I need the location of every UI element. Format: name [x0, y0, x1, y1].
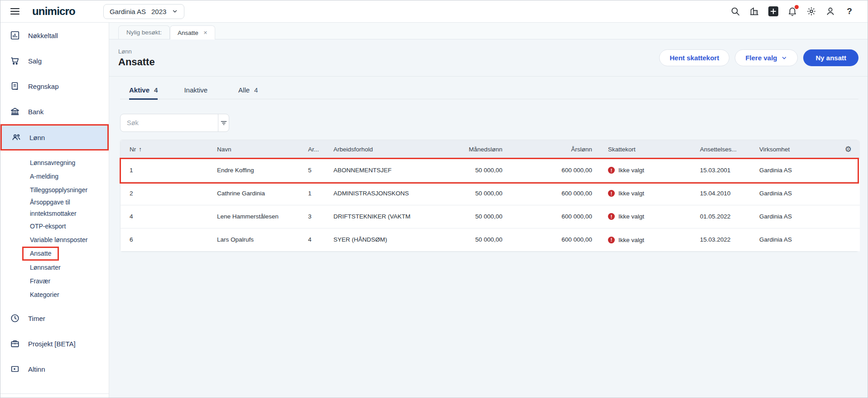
notification-badge [795, 5, 799, 9]
warning-icon: ! [608, 237, 615, 243]
tab-alle[interactable]: Alle 4 [238, 86, 258, 99]
cell-ar: 4 [308, 228, 333, 251]
cell-manedslonn: 50 000,00 [433, 205, 502, 228]
settings-icon[interactable] [806, 6, 817, 17]
topbar: unimicro Gardinia AS 2023 ? [0, 0, 868, 23]
col-ar[interactable]: Ar... [308, 140, 333, 159]
help-icon[interactable]: ? [844, 6, 855, 17]
submenu-item-lonnsarter[interactable]: Lønnsarter [30, 261, 109, 274]
sidebar-item-label: Lønn [29, 134, 45, 141]
table-row[interactable]: 1 Endre Koffing 5 ABONNEMENTSJEF 50 000,… [121, 159, 860, 182]
cell-actions [836, 182, 860, 205]
cell-ansettelses: 15.03.2001 [700, 159, 759, 182]
company-year: 2023 [151, 8, 166, 15]
hamburger-menu-icon[interactable] [10, 6, 20, 17]
cell-arslonn: 600 000,00 [502, 182, 592, 205]
cell-manedslonn: 50 000,00 [433, 228, 502, 251]
submenu-item-tilleggsopplysninger[interactable]: Tilleggsopplysninger [30, 183, 109, 197]
flere-valg-label: Flere valg [745, 54, 777, 62]
cell-skattekort: !Ikke valgt [592, 228, 700, 251]
cell-arbeidsforhold: ABONNEMENTSJEF [333, 159, 433, 182]
sidebar-item-nokkeltall[interactable]: Nøkkeltall [0, 23, 109, 48]
table-row[interactable]: 6 Lars Opalrufs 4 SYER (HÅNDSØM) 50 000,… [121, 228, 860, 251]
submenu-item-otp-eksport[interactable]: OTP-eksport [30, 219, 109, 233]
tab-count: 4 [154, 86, 158, 94]
col-arslonn[interactable]: Årslønn [502, 140, 592, 159]
filter-button[interactable] [218, 114, 229, 131]
cell-navn: Lene Hammerstålesen [217, 205, 308, 228]
cell-navn: Endre Koffing [217, 159, 308, 182]
column-settings-gear-icon[interactable]: ⚙ [836, 140, 860, 159]
submenu-item-variable-lonnsposter[interactable]: Variable lønnsposter [30, 233, 109, 247]
sidebar-item-regnskap[interactable]: Regnskap [0, 73, 109, 99]
sidebar-item-label: Prosjekt [BETA] [28, 340, 76, 348]
sidebar-item-prosjekt[interactable]: Prosjekt [BETA] [0, 331, 109, 356]
col-ansettelses[interactable]: Ansettelses... [700, 140, 759, 159]
close-icon[interactable]: ✕ [203, 30, 207, 36]
tab-label: Ansatte [178, 29, 198, 36]
company-selector[interactable]: Gardinia AS 2023 [103, 4, 184, 19]
cell-skattekort: !Ikke valgt [592, 205, 700, 228]
cell-arbeidsforhold: SYER (HÅNDSØM) [333, 228, 433, 251]
col-manedslonn[interactable]: Månedslønn [433, 140, 502, 159]
sidebar-item-timer[interactable]: Timer [0, 306, 109, 331]
add-icon[interactable] [768, 6, 779, 17]
page-title: Ansatte [118, 56, 155, 68]
flere-valg-button[interactable]: Flere valg [735, 49, 798, 66]
search-input[interactable] [121, 119, 218, 126]
ny-ansatt-button[interactable]: Ny ansatt [803, 49, 858, 66]
header-actions: Hent skattekort Flere valg Ny ansatt [659, 49, 858, 66]
table-row[interactable]: 4 Lene Hammerstålesen 3 DRIFTSTEKNIKER (… [121, 205, 860, 228]
submenu-item-lonnsavregning[interactable]: Lønnsavregning [30, 156, 109, 170]
tab-label: Inaktive [184, 86, 207, 94]
col-navn[interactable]: Navn [217, 140, 308, 159]
unimicro-logo[interactable]: unimicro [32, 5, 75, 18]
cell-actions [836, 228, 860, 251]
sidebar: Nøkkeltall Salg Regnskap Bank [0, 23, 109, 398]
sidebar-item-salg[interactable]: Salg [0, 48, 109, 73]
sidebar-item-label: Nøkkeltall [28, 32, 58, 39]
cart-icon [10, 55, 20, 66]
lonn-submenu: Lønnsavregning A-melding Tilleggsopplysn… [0, 150, 109, 301]
sidebar-item-bank[interactable]: Bank [0, 99, 109, 124]
topbar-icons: ? [730, 6, 855, 17]
cell-nr: 4 [121, 205, 217, 228]
cell-arbeidsforhold: DRIFTSTEKNIKER (VAKTM [333, 205, 433, 228]
col-virksomhet[interactable]: Virksomhet [759, 140, 836, 159]
submenu-item-a-melding[interactable]: A-melding [30, 170, 109, 183]
col-skattekort[interactable]: Skattekort [592, 140, 700, 159]
submenu-item-kategorier[interactable]: Kategorier [30, 288, 109, 301]
cell-actions [836, 159, 860, 182]
col-arbeidsforhold[interactable]: Arbeidsforhold [333, 140, 433, 159]
search-row [120, 114, 858, 132]
submenu-item-ansatte[interactable]: Ansatte [30, 247, 109, 261]
briefcase-icon [10, 338, 20, 349]
submenu-item-arsoppgave[interactable]: Årsoppgave til inntektsmottaker [30, 197, 91, 219]
cell-ansettelses: 15.04.2010 [700, 182, 759, 205]
table-row[interactable]: 2 Cathrine Gardinia 1 ADMINISTRASJONSKON… [121, 182, 860, 205]
sidebar-item-label: Altinn [28, 365, 45, 373]
recent-tabstrip: Nylig besøkt: Ansatte ✕ [109, 23, 868, 39]
clock-icon [10, 313, 20, 324]
tab-inaktive[interactable]: Inaktive [184, 86, 212, 99]
cell-nr: 6 [121, 228, 217, 251]
submenu-item-fravaer[interactable]: Fravær [30, 274, 109, 288]
companies-icon[interactable] [749, 6, 760, 17]
cell-ansettelses: 15.03.2022 [700, 228, 759, 251]
tab-aktive[interactable]: Aktive 4 [129, 86, 158, 99]
sort-asc-icon: ↑ [139, 146, 142, 153]
warning-icon: ! [608, 213, 615, 220]
tab-label: Alle [238, 86, 250, 94]
hent-skattekort-button[interactable]: Hent skattekort [659, 49, 729, 66]
cell-ar: 3 [308, 205, 333, 228]
content: Aktive 4 Inaktive Alle 4 [109, 77, 868, 398]
profile-icon[interactable] [825, 6, 836, 17]
sidebar-item-altinn[interactable]: Altinn [0, 356, 109, 382]
tab-ansatte[interactable]: Ansatte ✕ [170, 25, 215, 39]
sidebar-item-lonn[interactable]: Lønn [2, 126, 107, 149]
notifications-icon[interactable] [787, 6, 798, 17]
tab-label: Aktive [129, 86, 149, 94]
col-nr[interactable]: Nr↑ [121, 140, 217, 159]
search-icon[interactable] [730, 6, 741, 17]
people-icon [11, 132, 22, 143]
